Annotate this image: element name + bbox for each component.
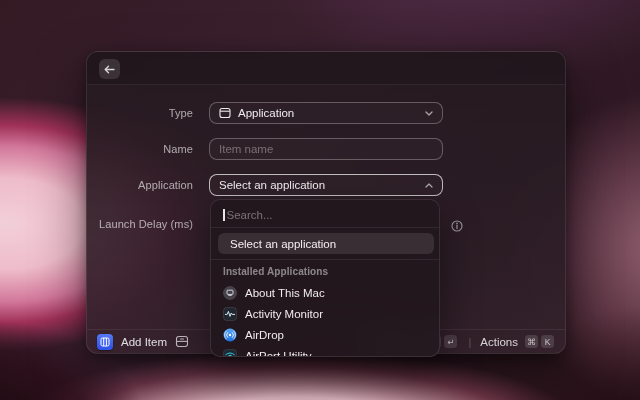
type-row: Type Application [87, 102, 565, 124]
section-installed-applications: Installed Applications [223, 266, 328, 277]
option-label: AirPort Utility [245, 350, 311, 358]
text-cursor [223, 209, 225, 221]
airdrop-icon [223, 328, 237, 342]
arrow-left-icon [104, 65, 115, 74]
option-label: Activity Monitor [245, 308, 323, 320]
name-row: Name Item name [87, 138, 565, 160]
name-label: Name [87, 138, 193, 160]
app-window-icon [219, 107, 231, 119]
name-placeholder: Item name [219, 143, 433, 155]
airport-utility-icon [223, 349, 237, 358]
activity-monitor-icon [223, 307, 237, 321]
application-label: Application [87, 174, 193, 196]
type-value: Application [238, 107, 418, 119]
chevron-up-icon [425, 183, 433, 188]
application-value: Select an application [219, 179, 418, 191]
return-key-badge: ↵ [444, 335, 457, 348]
chevron-down-icon [425, 111, 433, 116]
actions-button[interactable]: Actions [480, 336, 518, 348]
command-name: Add Item [121, 336, 167, 348]
dialog-header [87, 52, 565, 85]
about-this-mac-icon [223, 286, 237, 300]
option-select-an-application[interactable]: Select an application [218, 233, 434, 254]
option-airdrop[interactable]: AirDrop [218, 324, 434, 345]
info-icon[interactable] [451, 218, 463, 230]
search-placeholder: Search... [227, 209, 273, 221]
option-about-this-mac[interactable]: About This Mac [218, 282, 434, 303]
launch-delay-label: Launch Delay (ms) [87, 213, 193, 235]
divider [211, 227, 439, 228]
application-dropdown: Search... Select an application Installe… [210, 199, 440, 357]
name-input[interactable]: Item name [209, 138, 443, 160]
application-select[interactable]: Select an application [209, 174, 443, 196]
type-select[interactable]: Application [209, 102, 443, 124]
type-label: Type [87, 102, 193, 124]
footer-separator: | [468, 336, 471, 348]
cmd-key-badge-2: ⌘ [525, 335, 538, 348]
action-bar-left: Add Item [97, 334, 189, 350]
k-key-badge: K [541, 335, 554, 348]
archive-box-icon [175, 335, 189, 348]
back-button[interactable] [99, 59, 120, 79]
option-activity-monitor[interactable]: Activity Monitor [218, 303, 434, 324]
divider [211, 259, 439, 260]
application-row: Application Select an application [87, 174, 565, 196]
option-label: AirDrop [245, 329, 284, 341]
option-airport-utility[interactable]: AirPort Utility [218, 345, 434, 357]
dropdown-search-input[interactable]: Search... [223, 207, 427, 223]
add-item-app-icon [97, 334, 113, 350]
option-label: About This Mac [245, 287, 325, 299]
